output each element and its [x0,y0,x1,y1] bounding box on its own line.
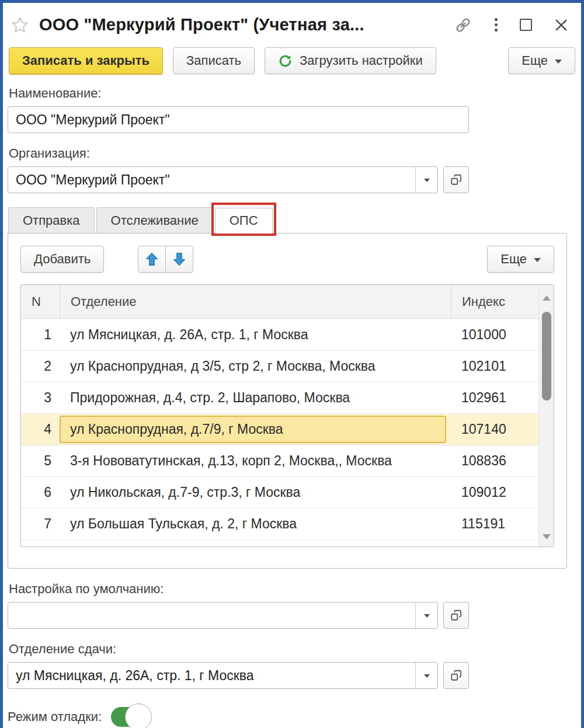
close-icon[interactable] [553,17,569,33]
chevron-down-icon [424,179,430,182]
drop-office-input[interactable]: ул Мясницкая, д. 26А, стр. 1, г Москва [8,662,438,689]
move-down-button[interactable] [165,246,193,273]
add-label: Добавить [34,252,91,267]
open-form-icon [450,669,463,682]
window-more-button[interactable]: Еще [508,47,575,74]
column-header-index[interactable]: Индекс [451,285,538,318]
table-row[interactable]: 7ул Большая Тульская, д. 2, г Москва1151… [21,508,538,539]
maximize-icon[interactable] [520,19,532,31]
cell-office[interactable]: ул Краснопрудная, д.7/9, г Москва [60,416,446,443]
load-settings-label: Загрузить настройки [300,53,423,68]
cell-office[interactable]: Придорожная, д.4, стр. 2, Шарапово, Моск… [60,382,451,413]
window-frame: ООО "Меркурий Проект" (Учетная за... Зап… [0,0,584,728]
tab-otslezhivanie[interactable]: Отслеживание [96,207,213,233]
chevron-down-icon [534,258,541,262]
table-header: N Отделение Индекс [21,285,538,319]
chevron-down-icon [555,60,562,64]
cell-index: 102961 [451,382,538,413]
organization-combo: ООО "Меркурий Проект" [8,166,469,193]
cell-index: 115191 [451,508,538,539]
link-icon[interactable] [454,16,472,34]
cell-office[interactable]: ул Краснопрудная, д 3/5, стр 2, г Москва… [60,351,451,382]
save-and-close-button[interactable]: Записать и закрыть [9,47,163,74]
refresh-icon [278,54,293,68]
cell-number: 7 [21,508,60,539]
cell-number: 4 [21,414,60,445]
default-settings-value [8,602,415,628]
vertical-scrollbar[interactable] [538,285,554,546]
cell-index: 101000 [451,319,538,350]
table-toolbar: Добавить Еще [20,246,554,273]
organization-dropdown-button[interactable] [415,167,437,193]
drop-office-dropdown-button[interactable] [415,663,437,688]
cell-number: 3 [21,382,60,413]
organization-input[interactable]: ООО "Меркурий Проект" [8,166,438,193]
debug-mode-toggle[interactable] [111,707,147,727]
ops-tab-panel: Добавить Еще [8,233,567,569]
drop-office-label: Отделение сдачи: [9,642,575,657]
table-row[interactable]: 53-я Нововатутинская, д.13, корп 2, Моск… [21,445,538,476]
cell-index: 109012 [451,477,538,508]
save-label: Записать [186,53,241,68]
default-settings-open-button[interactable] [443,602,469,629]
cell-number: 1 [21,319,60,350]
table-row[interactable]: 6ул Никольская, д.7-9, стр.3, г Москва10… [21,476,538,508]
cell-office[interactable]: ул Большая Тульская, д. 2, г Москва [60,508,451,539]
cell-office[interactable]: 3-я Нововатутинская, д.13, корп 2, Москв… [60,445,451,476]
tab-otpravka[interactable]: Отправка [8,207,95,233]
open-form-icon [450,173,463,186]
arrow-down-icon [172,252,187,267]
scroll-up-icon[interactable] [543,295,551,301]
cell-number: 6 [21,477,60,508]
table-row[interactable]: 2ул Краснопрудная, д 3/5, стр 2, г Москв… [21,350,538,382]
chevron-down-icon [424,674,430,678]
arrow-up-icon [144,252,159,267]
tab-ops[interactable]: ОПС [215,208,273,234]
column-header-n[interactable]: N [21,285,60,318]
table-row[interactable]: 4ул Краснопрудная, д.7/9, г Москва107140 [21,413,538,445]
table-row[interactable]: 1ул Мясницкая, д. 26А, стр. 1, г Москва1… [21,319,538,350]
organization-open-button[interactable] [443,166,469,193]
default-settings-combo [8,602,469,629]
scroll-down-icon[interactable] [543,534,551,539]
drop-office-combo: ул Мясницкая, д. 26А, стр. 1, г Москва [8,662,469,689]
scrollbar-thumb[interactable] [542,312,551,400]
command-toolbar: Записать и закрыть Записать Загрузить на… [8,47,576,74]
default-settings-input[interactable] [8,602,438,629]
table-row-clipped [21,539,538,546]
cell-index: 107140 [451,414,538,445]
drop-office-open-button[interactable] [443,662,469,689]
cell-office[interactable]: ул Никольская, д.7-9, стр.3, г Москва [60,477,451,508]
debug-mode-label: Режим отладки: [8,709,102,724]
table-more-button[interactable]: Еще [487,246,554,273]
cell-number: 5 [21,445,60,476]
name-field-label: Наименование: [9,86,575,101]
cell-index: 108836 [451,445,538,476]
drop-office-value: ул Мясницкая, д. 26А, стр. 1, г Москва [8,663,415,688]
load-settings-button[interactable]: Загрузить настройки [265,47,436,74]
table-body: 1ул Мясницкая, д. 26А, стр. 1, г Москва1… [21,319,538,546]
column-header-office[interactable]: Отделение [60,285,451,318]
cell-office[interactable]: ул Мясницкая, д. 26А, стр. 1, г Москва [60,319,451,350]
organization-field-label: Организация: [9,146,575,161]
chevron-down-icon [424,614,430,618]
debug-mode-row: Режим отладки: [8,703,576,728]
move-up-button[interactable] [138,246,166,273]
organization-value: ООО "Меркурий Проект" [8,167,415,193]
window-more-label: Еще [522,53,548,68]
cell-number: 2 [21,351,60,382]
save-button[interactable]: Записать [173,47,255,74]
window-title: ООО "Меркурий Проект" (Учетная за... [39,15,364,34]
save-and-close-label: Записать и закрыть [22,53,150,68]
kebab-menu-icon[interactable] [493,17,499,33]
add-button[interactable]: Добавить [20,246,104,273]
toggle-knob [125,703,152,728]
open-form-icon [450,609,463,622]
table-row[interactable]: 3Придорожная, д.4, стр. 2, Шарапово, Мос… [21,382,538,413]
offices-table: N Отделение Индекс 1ул Мясницкая, д. 26А… [20,284,554,547]
default-settings-label: Настройка по умолчанию: [9,581,575,597]
star-icon[interactable] [10,15,30,35]
table-more-label: Еще [500,252,527,267]
name-input[interactable]: ООО "Меркурий Проект" [8,106,469,133]
default-settings-dropdown-button[interactable] [415,602,437,628]
